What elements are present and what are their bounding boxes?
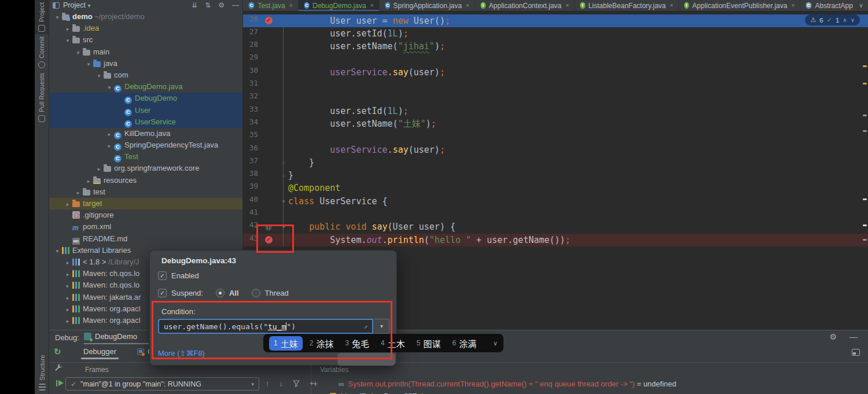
settings-icon[interactable]: ⚙ [218,1,225,9]
fold-icon[interactable]: ⌂ [279,169,288,182]
tree-item-resources[interactable]: ▸resources [49,175,242,186]
add-watch-icon[interactable]: + [313,379,318,388]
locate-icon[interactable]: ⇊ [192,1,197,9]
project-panel-title[interactable]: Project [63,1,86,9]
chevron-expanded-icon[interactable]: ▾ [94,70,104,81]
error-stripe-mark[interactable] [863,115,867,116]
chevron-collapsed-icon[interactable]: ▸ [63,292,72,303]
stripe-item-commit[interactable]: Commit [35,34,49,71]
stripe-item-pull-requests[interactable]: Pull Requests [35,71,49,124]
enabled-checkbox[interactable]: ✓ [158,271,167,280]
error-stripe-mark[interactable] [863,83,867,84]
step-up-icon[interactable]: ↑ [266,379,270,388]
tab-applicationeventpublisher-java[interactable]: IApplicationEventPublisher.java× [679,0,800,11]
tree-item-target[interactable]: ▸target [49,198,242,209]
tree-item-demo[interactable]: ▾demo ~/project/demo [49,11,242,23]
chevron-collapsed-icon[interactable]: ▸ [63,315,72,326]
tree-item-java[interactable]: ▾java [49,58,242,69]
chevron-collapsed-icon[interactable]: ▸ [63,23,72,34]
error-stripe-mark[interactable] [863,65,867,67]
resume-icon[interactable] [56,380,64,387]
chevron-collapsed-icon[interactable]: ▸ [105,128,114,139]
chevron-collapsed-icon[interactable]: ▸ [105,140,114,151]
tree-item-user[interactable]: CUser [49,105,242,116]
chevron-expanded-icon[interactable]: ▾ [53,12,62,23]
error-stripe-mark[interactable] [863,198,867,200]
chevron-down-icon[interactable]: ▾ [87,2,90,9]
hide-icon[interactable]: — [232,1,239,9]
close-tab-icon[interactable]: × [370,2,374,9]
tree-item-test[interactable]: CTest [49,151,242,163]
chevron-collapsed-icon[interactable]: ▸ [63,198,72,209]
watch-row[interactable]: ∞System.out.println(Thread.currentThread… [339,380,676,388]
tree-item-org-springframework-core[interactable]: ▸org.springframework.core [49,163,242,174]
ime-candidate-6[interactable]: 6涂满 [448,336,481,351]
variable-row[interactable]: ▸this = {DebugDemo$$Enhancer [324,392,444,394]
debug-tab-debugger[interactable]: Debugger [81,346,119,359]
tree-item-killdemo-java[interactable]: ▸CKillDemo.java [49,128,242,139]
prev-issue-icon[interactable]: ∧ [843,17,847,23]
error-stripe-mark[interactable] [863,130,867,132]
wrench-icon[interactable] [54,364,62,372]
chevron-collapsed-icon[interactable]: ▸ [84,175,93,186]
close-tab-icon[interactable]: × [289,2,293,9]
error-stripe-mark[interactable] [863,239,867,241]
step-down-icon[interactable]: ↓ [279,379,284,388]
stripe-item-project[interactable]: Project [35,0,49,34]
tree-item-pom-xml[interactable]: mpom.xml [49,221,242,233]
close-tab-icon[interactable]: × [670,2,674,9]
error-stripe-mark[interactable] [863,224,867,226]
tab-applicationcontext-java[interactable]: IApplicationContext.java× [475,0,575,11]
chevron-collapsed-icon[interactable]: ▸ [63,268,72,279]
chevron-collapsed-icon[interactable]: ▸ [63,280,72,291]
fold-icon[interactable]: ⌂ [279,156,288,169]
chevron-collapsed-icon[interactable]: ▸ [63,304,72,315]
ime-candidate-5[interactable]: 5图谋 [412,336,446,351]
thread-dropdown[interactable]: ✓ "main"@1 in group "main": RUNNING ▾ [65,377,259,391]
layout-settings-icon[interactable] [852,349,860,356]
tree-item-com[interactable]: ▾com [49,69,242,81]
collapse-all-icon[interactable]: ⇅ [205,1,211,9]
next-issue-icon[interactable]: ∨ [851,17,855,23]
chevron-down-icon[interactable]: ∨ [493,340,498,347]
tab-test-java[interactable]: CTest.java× [243,0,299,11]
tree-item-test[interactable]: ▸test [49,186,242,198]
tree-item-userservice[interactable]: CUserService [49,116,242,128]
chevron-expanded-icon[interactable]: ▾ [105,82,114,93]
tree-item-gitignore[interactable]: .gitignore [49,209,242,221]
tree-item-readme-md[interactable]: MDREADME.md [49,233,242,245]
suspend-all-radio[interactable] [216,289,225,297]
chevron-collapsed-icon[interactable]: ▸ [94,163,104,174]
fold-icon[interactable]: ▾ [279,195,288,208]
chevron-expanded-icon[interactable]: ▾ [84,58,93,69]
close-tab-icon[interactable]: × [791,2,795,9]
tree-item-debugdemo-java[interactable]: ▾CDebugDemo.java [49,81,242,93]
tree-item-springdependencytest-java[interactable]: ▸CSpringDependencyTest.java [49,139,242,151]
chevron-expanded-icon[interactable]: ▾ [73,47,83,58]
breakpoint-icon[interactable]: ✓ [258,14,279,27]
filter-icon[interactable] [293,380,300,387]
suspend-thread-radio[interactable] [252,289,260,297]
settings-icon[interactable]: ⚙ [829,332,837,341]
tab-listablebeanfactory-java[interactable]: IListableBeanFactory.java× [575,0,679,11]
chevron-expanded-icon[interactable]: ▾ [63,35,72,46]
run-config-tab[interactable]: DebugDemo [84,332,149,344]
tab-abstractapp[interactable]: CAbstractApp [800,0,859,11]
tree-item-debugdemo[interactable]: CDebugDemo [49,93,242,104]
stripe-item-structure[interactable]: Structure [35,352,49,393]
code-area[interactable]: 26✓ User user = new User();27 user.setId… [243,14,868,246]
chevron-collapsed-icon[interactable]: ▸ [63,257,72,268]
tree-item-main[interactable]: ▾main [49,46,242,58]
tree-item-idea[interactable]: ▸.idea [49,23,242,34]
hidden-tabs-chevron-icon[interactable]: ∨ [859,0,868,11]
tab-debugdemo-java[interactable]: CDebugDemo.java× [299,0,380,11]
rerun-icon[interactable]: ↻ [54,347,61,357]
close-tab-icon[interactable]: × [565,2,569,9]
tree-item-src[interactable]: ▾src [49,34,242,46]
minimize-icon[interactable]: — [849,332,858,341]
inspection-widget[interactable]: ⚠6 ✓1 ∧ ∨ [805,14,860,25]
tab-springapplication-java[interactable]: CSpringApplication.java× [380,0,475,11]
close-tab-icon[interactable]: × [466,2,469,9]
chevron-collapsed-icon[interactable]: ▸ [73,187,83,198]
suspend-checkbox[interactable]: ✓ [158,289,167,297]
